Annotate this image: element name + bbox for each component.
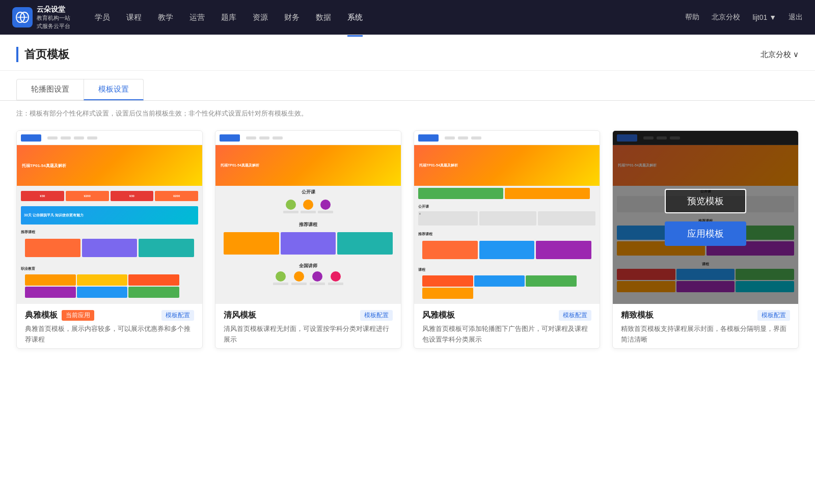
nav-system[interactable]: 系统 xyxy=(347,11,363,24)
note-bar: 注：模板有部分个性化样式设置，设置后仅当前模板生效；非个性化样式设置后针对所有模… xyxy=(0,101,815,126)
badge-current-1: 当前应用 xyxy=(62,310,94,321)
page-header: 首页模板 北京分校 ∨ xyxy=(0,35,815,71)
logo-text: 云朵设堂 教育机构一站 式服务云平台 xyxy=(37,5,70,30)
nav-finance[interactable]: 财务 xyxy=(284,11,300,24)
badge-config-3[interactable]: 模板配置 xyxy=(559,310,591,321)
user-menu[interactable]: lijt01 ▼ xyxy=(752,13,776,21)
template-desc-1: 典雅首页模板，展示内容较多，可以展示优惠券和多个推荐课程 xyxy=(25,324,194,345)
nav-courses[interactable]: 课程 xyxy=(126,11,142,24)
templates-grid: 托福TP01-54真题及解析 ¥30 ¥200 ¥30 ¥200 xyxy=(0,126,815,365)
logo-icon xyxy=(12,7,33,27)
apply-button-4[interactable]: 应用模板 xyxy=(665,221,746,246)
preview-overlay-4: 预览模板 应用模板 xyxy=(613,131,798,304)
tab-template[interactable]: 模板设置 xyxy=(84,79,144,100)
preview-button-1[interactable]: 预览模板 xyxy=(69,189,150,213)
chevron-down-icon: ∨ xyxy=(793,50,799,59)
apply-button-1[interactable]: 应用模板 xyxy=(69,221,150,246)
nav-operations[interactable]: 运营 xyxy=(189,11,205,24)
logo[interactable]: 云朵设堂 教育机构一站 式服务云平台 xyxy=(12,5,70,30)
template-name-row-2: 清风模板 模板配置 xyxy=(224,310,393,321)
apply-button-2[interactable]: 应用模板 xyxy=(267,221,349,246)
template-desc-2: 清风首页模板课程无封面，可设置按学科分类对课程进行展示 xyxy=(224,324,393,345)
badge-config-4[interactable]: 模板配置 xyxy=(757,310,790,321)
note-text: 注：模板有部分个性化样式设置，设置后仅当前模板生效；非个性化样式设置后针对所有模… xyxy=(16,109,308,117)
template-footer-1: 典雅模板 当前应用 模板配置 典雅首页模板，展示内容较多，可以展示优惠券和多个推… xyxy=(17,304,202,348)
nav-items: 学员 课程 教学 运营 题库 资源 财务 数据 系统 xyxy=(95,11,685,24)
template-card-4[interactable]: 托福TP01-54真题及解析 公开课 推荐课程 xyxy=(612,130,799,349)
navbar: 云朵设堂 教育机构一站 式服务云平台 学员 课程 教学 运营 题库 资源 财务 … xyxy=(0,0,815,35)
preview-button-2[interactable]: 预览模板 xyxy=(267,189,349,213)
template-desc-4: 精致首页模板支持课程展示封面，各模板分隔明显，界面简洁清晰 xyxy=(621,324,790,345)
template-footer-2: 清风模板 模板配置 清风首页模板课程无封面，可设置按学科分类对课程进行展示 xyxy=(215,304,401,348)
template-footer-3: 风雅模板 模板配置 风雅首页模板可添加轮播图下广告图片，可对课程及课程包设置学科… xyxy=(414,304,600,348)
page-title: 首页模板 xyxy=(16,47,69,62)
template-preview-3: 托福TP01-54真题及解析 公开课 ¥ xyxy=(414,131,600,304)
template-card-1[interactable]: 托福TP01-54真题及解析 ¥30 ¥200 ¥30 ¥200 xyxy=(16,130,203,349)
nav-resources[interactable]: 资源 xyxy=(253,11,268,24)
template-name-1: 典雅模板 xyxy=(25,310,58,321)
nav-data[interactable]: 数据 xyxy=(316,11,331,24)
template-name-row-1: 典雅模板 当前应用 模板配置 xyxy=(25,310,194,321)
badge-config-1[interactable]: 模板配置 xyxy=(161,310,194,321)
nav-teaching[interactable]: 教学 xyxy=(158,11,173,24)
template-name-3: 风雅模板 xyxy=(422,310,455,321)
branch-selector[interactable]: 北京分校 ∨ xyxy=(760,50,799,60)
template-desc-3: 风雅首页模板可添加轮播图下广告图片，可对课程及课程包设置学科分类展示 xyxy=(422,324,591,345)
nav-students[interactable]: 学员 xyxy=(95,11,110,24)
template-name-row-3: 风雅模板 模板配置 xyxy=(422,310,591,321)
template-card-2[interactable]: 托福TP01-54真题及解析 公开课 推荐课程 xyxy=(215,130,401,349)
preview-button-3[interactable]: 预览模板 xyxy=(466,189,548,213)
template-footer-4: 精致模板 模板配置 精致首页模板支持课程展示封面，各模板分隔明显，界面简洁清晰 xyxy=(613,304,798,348)
template-preview-1: 托福TP01-54真题及解析 ¥30 ¥200 ¥30 ¥200 xyxy=(17,131,202,304)
page-container: 首页模板 北京分校 ∨ 轮播图设置 模板设置 注：模板有部分个性化样式设置，设置… xyxy=(0,35,815,504)
nav-right: 帮助 北京分校 lijt01 ▼ 退出 xyxy=(685,13,803,22)
logout-link[interactable]: 退出 xyxy=(789,13,803,22)
template-name-row-4: 精致模板 模板配置 xyxy=(621,310,790,321)
template-name-4: 精致模板 xyxy=(621,310,654,321)
help-link[interactable]: 帮助 xyxy=(685,13,699,22)
preview-button-4[interactable]: 预览模板 xyxy=(665,189,746,213)
template-preview-2: 托福TP01-54真题及解析 公开课 推荐课程 xyxy=(215,131,401,304)
branch-link[interactable]: 北京分校 xyxy=(712,13,740,22)
apply-button-3[interactable]: 应用模板 xyxy=(466,221,548,246)
template-card-3[interactable]: 托福TP01-54真题及解析 公开课 ¥ xyxy=(414,130,600,349)
template-preview-4: 托福TP01-54真题及解析 公开课 推荐课程 xyxy=(613,131,798,304)
nav-quiz[interactable]: 题库 xyxy=(221,11,236,24)
tab-carousel[interactable]: 轮播图设置 xyxy=(16,79,84,100)
badge-config-2[interactable]: 模板配置 xyxy=(360,310,393,321)
tabs-container: 轮播图设置 模板设置 xyxy=(0,71,815,101)
template-name-2: 清风模板 xyxy=(224,310,256,321)
